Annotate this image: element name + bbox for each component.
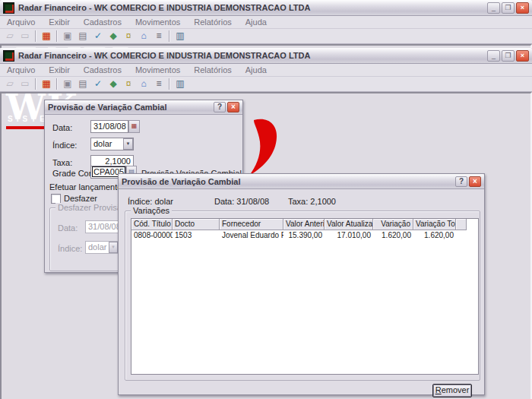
open-folder-icon[interactable]: ▱ [2,78,17,90]
toolbar-separator [169,30,170,42]
menu-ajuda[interactable]: Ajuda [239,64,274,76]
cell-variacao: 1.620,00 [373,230,413,241]
close-icon[interactable]: × [469,176,481,187]
money-icon[interactable]: ¤ [121,78,136,90]
grid-header-stub [456,219,467,230]
minimize-icon[interactable]: _ [487,50,500,62]
person-icon[interactable]: ⌂ [136,30,151,43]
calendar-icon[interactable]: ▤ [75,78,90,90]
close-icon[interactable]: × [516,50,529,62]
calendar-icon[interactable]: ▤ [75,30,90,43]
restore-icon[interactable]: ❐ [502,50,515,62]
toolbar: ▱ ▭ ▦ ▣ ▤ ✓ ◆ ¤ ⌂ ≡ ▥ [0,77,532,92]
window-title: Radar Financeiro - WK COMERCIO E INDUSTR… [18,51,487,60]
toolbar-separator [169,78,170,90]
menu-bar: Arquivo Exibir Cadastros Movimentos Rela… [0,64,532,77]
menu-exibir[interactable]: Exibir [42,64,77,76]
chevron-down-icon: ▼ [109,242,118,253]
toolbar-separator [35,30,36,42]
restore-icon[interactable]: ❐ [502,2,515,14]
hand-receive-icon[interactable]: ◆ [106,30,121,43]
wk-heart-logo [243,118,279,176]
person-icon[interactable]: ⌂ [136,78,151,90]
money-icon[interactable]: ¤ [121,30,136,43]
dialog-title: Provisão de Variação Cambial [122,177,455,186]
data-info: Data: 31/08/08 [214,197,269,206]
indice-info: Índice: dolar [128,197,173,206]
menu-bar: Arquivo Exibir Cadastros Movimentos Rela… [0,16,532,29]
toolbar-separator [56,30,58,42]
cell-cod-titulo: 0808-000003 [131,230,173,241]
safe-icon[interactable]: ▣ [60,30,75,43]
variacoes-grid[interactable]: Cód. Título Docto Fornecedor Valor Anter… [131,218,479,375]
col-valor-atualizado: Valor Atualizado [325,219,373,230]
open-folder-icon[interactable]: ▱ [2,30,17,43]
close-icon[interactable]: × [516,2,529,14]
window-title: Radar Financeiro - WK COMERCIO E INDUSTR… [18,3,487,12]
cash-register-icon[interactable]: ▦ [39,30,54,43]
check-icon[interactable]: ✓ [90,30,106,43]
remover-button[interactable]: Remover [432,384,472,397]
grid-header-row: Cód. Título Docto Fornecedor Valor Anter… [131,219,478,230]
close-icon[interactable]: × [227,102,239,112]
closed-folder-icon[interactable]: ▭ [17,78,33,90]
indice-label: Índice: [52,141,77,150]
safe-icon[interactable]: ▣ [60,78,75,90]
toolbar-separator [35,78,36,90]
dialog-provisao-variacoes: Provisão de Variação Cambial ? × Índice:… [118,173,485,395]
desfazer-checkbox-label: Desfazer [64,194,97,203]
toolbar: ▱ ▭ ▦ ▣ ▤ ✓ ◆ ¤ ⌂ ≡ ▥ [0,29,532,44]
menu-arquivo[interactable]: Arquivo [0,16,42,28]
menu-movimentos[interactable]: Movimentos [128,64,187,76]
screen: Radar Financeiro - WK COMERCIO E INDUSTR… [0,0,532,399]
chart-icon[interactable]: ▥ [173,30,188,43]
taxa-label: Taxa: [52,158,72,167]
indice-label: Índice: [58,244,82,253]
minimize-icon[interactable]: _ [487,2,500,14]
menu-relatorios[interactable]: Relatórios [187,64,239,76]
cell-variacao-total: 1.620,00 [413,230,456,241]
menu-cadastros[interactable]: Cadastros [77,16,128,28]
toolbar-separator [56,78,58,90]
calendar-picker-icon[interactable]: ▦ [128,120,140,133]
data-input[interactable]: 31/08/08 [90,120,128,133]
help-icon[interactable]: ? [214,102,226,112]
data-label: Data: [52,123,72,132]
dialog-titlebar[interactable]: Provisão de Variação Cambial ? × [45,100,242,115]
app-icon [3,2,14,14]
menu-ajuda[interactable]: Ajuda [239,16,274,28]
col-docto: Docto [173,219,220,230]
group-title: Variações [131,206,172,215]
data-label: Data: [58,223,78,233]
taxa-info: Taxa: 2,1000 [288,197,336,206]
col-variacao-total: Variação Total [413,219,456,230]
help-icon[interactable]: ? [455,176,467,187]
ledger-icon[interactable]: ≡ [151,30,166,43]
col-fornecedor: Fornecedor [220,219,283,230]
table-row[interactable]: 0808-000003 1503 Jovenal Eduardo Ricoch … [131,230,478,241]
check-icon[interactable]: ✓ [90,78,106,90]
window-titlebar[interactable]: Radar Financeiro - WK COMERCIO E INDUSTR… [0,48,532,64]
col-valor-anterior: Valor Anterior [283,219,325,230]
col-variacao: Variação [373,219,413,230]
cell-docto: 1503 [173,230,220,241]
menu-movimentos[interactable]: Movimentos [128,16,187,28]
variacoes-group: Variações Cód. Título Docto Fornecedor V… [125,211,480,381]
hand-receive-icon[interactable]: ◆ [106,78,121,90]
dialog-title: Provisão de Variação Cambial [48,103,214,112]
chevron-down-icon[interactable]: ▼ [123,138,133,150]
window-titlebar[interactable]: Radar Financeiro - WK COMERCIO E INDUSTR… [0,0,532,16]
cash-register-icon[interactable]: ▦ [39,78,54,90]
closed-folder-icon[interactable]: ▭ [17,30,33,43]
data-input-disabled: 31/08/08 [85,220,119,233]
menu-cadastros[interactable]: Cadastros [77,64,128,76]
menu-relatorios[interactable]: Relatórios [187,16,239,28]
chart-icon[interactable]: ▥ [173,78,188,90]
menu-exibir[interactable]: Exibir [42,16,77,28]
dialog-titlebar[interactable]: Provisão de Variação Cambial ? × [119,174,484,189]
col-cod-titulo: Cód. Título [131,219,173,230]
app-icon [3,50,14,62]
cell-valor-anterior: 15.390,00 [283,230,325,241]
ledger-icon[interactable]: ≡ [151,78,166,90]
menu-arquivo[interactable]: Arquivo [0,64,42,76]
